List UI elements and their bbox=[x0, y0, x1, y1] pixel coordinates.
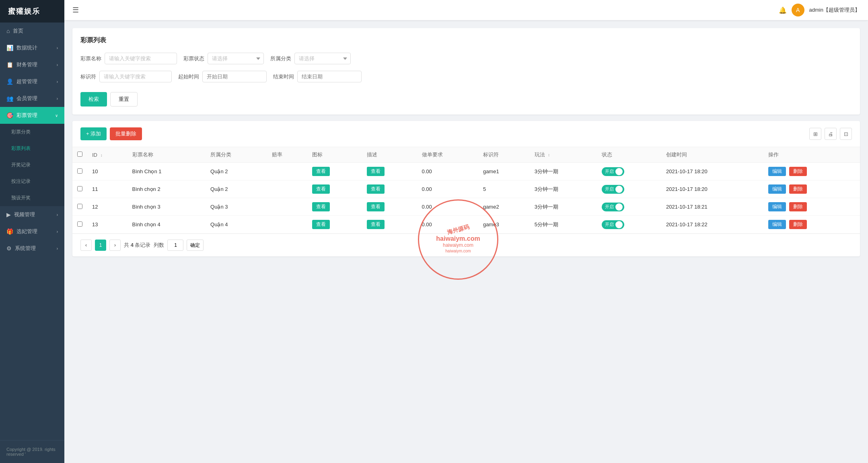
row-checkbox[interactable] bbox=[77, 186, 82, 191]
cell-actions: 编辑 删除 bbox=[763, 198, 860, 216]
status-toggle[interactable]: 开启 bbox=[602, 203, 624, 211]
category-select[interactable]: 请选择 bbox=[294, 53, 351, 64]
cell-gameplay: 3分钟一期 bbox=[530, 163, 597, 180]
print-tool-button[interactable]: 🖨 bbox=[825, 128, 837, 140]
sidebar-item-super-admin[interactable]: 👤 超管管理 › bbox=[0, 73, 64, 90]
sidebar-item-lottery[interactable]: 🎯 彩票管理 ∨ bbox=[0, 107, 64, 124]
status-toggle[interactable]: 开启 bbox=[602, 185, 624, 194]
batch-delete-button[interactable]: 批量删除 bbox=[110, 127, 142, 140]
col-created: 创建时间 bbox=[661, 147, 763, 163]
view-desc-button[interactable]: 查看 bbox=[367, 202, 385, 211]
cell-created: 2021-10-17 18:20 bbox=[661, 163, 763, 180]
identifier-input[interactable] bbox=[99, 71, 172, 82]
row-checkbox[interactable] bbox=[77, 168, 82, 174]
cell-min-order: 0.00 bbox=[417, 163, 478, 180]
cell-icon: 查看 bbox=[307, 216, 362, 234]
cell-category: Quận 4 bbox=[206, 216, 267, 234]
col-odds: 赔率 bbox=[267, 147, 307, 163]
sidebar-item-member[interactable]: 👥 会员管理 › bbox=[0, 90, 64, 107]
view-desc-button[interactable]: 查看 bbox=[367, 220, 385, 229]
goto-confirm-button[interactable]: 确定 bbox=[187, 240, 204, 251]
start-date-input[interactable] bbox=[202, 71, 267, 82]
sidebar-item-lottery-category[interactable]: 彩票分类 bbox=[0, 124, 64, 140]
filter-card: 彩票列表 彩票名称 彩票状态 请选择 所属分类 bbox=[72, 28, 860, 115]
col-id: ID ↕ bbox=[87, 147, 128, 163]
page-1-button[interactable]: 1 bbox=[95, 240, 106, 251]
cell-name: Bình Chọn 1 bbox=[128, 163, 206, 180]
sidebar-item-pre-open[interactable]: 预设开奖 bbox=[0, 190, 64, 206]
name-input[interactable] bbox=[105, 53, 177, 64]
toggle-knob bbox=[615, 203, 623, 211]
table-tools: ⊞ 🖨 ⊡ bbox=[809, 128, 852, 140]
cell-identifier: game1 bbox=[478, 163, 530, 180]
sidebar-item-lottery-activity[interactable]: 🎁 选妃管理 › bbox=[0, 223, 64, 240]
filter-name: 彩票名称 bbox=[80, 53, 177, 64]
cell-min-order: 0.00 bbox=[417, 180, 478, 198]
export-tool-button[interactable]: ⊡ bbox=[840, 128, 852, 140]
header-right: 🔔 A admin【超级管理员】 bbox=[779, 4, 860, 16]
row-checkbox[interactable] bbox=[77, 221, 82, 227]
cell-icon: 查看 bbox=[307, 163, 362, 180]
col-identifier: 标识符 bbox=[478, 147, 530, 163]
cell-status: 开启 bbox=[597, 163, 661, 180]
search-button[interactable]: 检索 bbox=[80, 92, 107, 107]
status-select[interactable]: 请选择 bbox=[208, 53, 264, 64]
cell-category: Quận 2 bbox=[206, 163, 267, 180]
add-button[interactable]: + 添加 bbox=[80, 127, 107, 140]
delete-button[interactable]: 删除 bbox=[789, 202, 807, 211]
sidebar-item-finance[interactable]: 📋 财务管理 › bbox=[0, 56, 64, 73]
col-category: 所属分类 bbox=[206, 147, 267, 163]
admin-icon: 👤 bbox=[6, 78, 13, 85]
cell-desc: 查看 bbox=[362, 198, 417, 216]
sidebar-item-bet-records[interactable]: 投注记录 bbox=[0, 173, 64, 190]
next-page-button[interactable]: › bbox=[109, 240, 121, 251]
delete-button[interactable]: 删除 bbox=[789, 220, 807, 229]
edit-button[interactable]: 编辑 bbox=[768, 202, 786, 211]
start-label: 起始时间 bbox=[178, 73, 199, 80]
view-desc-button[interactable]: 查看 bbox=[367, 184, 385, 194]
prev-page-button[interactable]: ‹ bbox=[80, 240, 92, 251]
reset-button[interactable]: 重置 bbox=[110, 92, 138, 107]
sidebar-item-home[interactable]: ⌂ 首页 bbox=[0, 23, 64, 39]
cell-gameplay: 5分钟一期 bbox=[530, 216, 597, 234]
chevron-right-icon: › bbox=[57, 229, 58, 234]
filter-form: 彩票名称 彩票状态 请选择 所属分类 请选择 bbox=[80, 53, 852, 107]
cell-category: Quận 3 bbox=[206, 198, 267, 216]
edit-button[interactable]: 编辑 bbox=[768, 167, 786, 176]
identifier-label: 标识符 bbox=[80, 73, 96, 80]
delete-button[interactable]: 删除 bbox=[789, 167, 807, 176]
edit-button[interactable]: 编辑 bbox=[768, 220, 786, 229]
delete-button[interactable]: 删除 bbox=[789, 184, 807, 194]
sidebar-item-video[interactable]: ▶ 视频管理 › bbox=[0, 206, 64, 223]
status-toggle[interactable]: 开启 bbox=[602, 167, 624, 176]
bell-icon[interactable]: 🔔 bbox=[779, 6, 787, 14]
sidebar-item-system[interactable]: ⚙ 系统管理 › bbox=[0, 240, 64, 257]
columns-tool-button[interactable]: ⊞ bbox=[809, 128, 821, 140]
view-icon-button[interactable]: 查看 bbox=[312, 167, 330, 176]
sidebar-item-open-records[interactable]: 开奖记录 bbox=[0, 157, 64, 173]
row-checkbox[interactable] bbox=[77, 204, 82, 209]
toggle-label: 开启 bbox=[603, 168, 614, 174]
category-label: 所属分类 bbox=[270, 55, 291, 62]
view-desc-button[interactable]: 查看 bbox=[367, 167, 385, 176]
end-date-input[interactable] bbox=[297, 71, 362, 82]
edit-button[interactable]: 编辑 bbox=[768, 184, 786, 194]
sidebar-sub-label: 开奖记录 bbox=[11, 162, 31, 168]
col-name: 彩票名称 bbox=[128, 147, 206, 163]
goto-input[interactable] bbox=[167, 240, 183, 251]
view-icon-button[interactable]: 查看 bbox=[312, 184, 330, 194]
hamburger-icon[interactable]: ☰ bbox=[72, 6, 79, 14]
select-all-checkbox[interactable] bbox=[77, 152, 82, 157]
cell-icon: 查看 bbox=[307, 180, 362, 198]
sidebar: 蜜獾娱乐 ⌂ 首页 📊 数据统计 › 📋 财务管理 › 👤 超管管理 › 👥 会… bbox=[0, 0, 64, 463]
status-toggle[interactable]: 开启 bbox=[602, 220, 624, 229]
cell-created: 2021-10-17 18:22 bbox=[661, 216, 763, 234]
view-icon-button[interactable]: 查看 bbox=[312, 220, 330, 229]
col-desc: 描述 bbox=[362, 147, 417, 163]
pagination: ‹ 1 › 共 4 条记录 列数 确定 bbox=[72, 234, 860, 256]
cell-status: 开启 bbox=[597, 198, 661, 216]
sidebar-item-data-stats[interactable]: 📊 数据统计 › bbox=[0, 39, 64, 56]
status-label: 彩票状态 bbox=[183, 55, 204, 62]
view-icon-button[interactable]: 查看 bbox=[312, 202, 330, 211]
sidebar-item-lottery-list[interactable]: 彩票列表 bbox=[0, 140, 64, 157]
